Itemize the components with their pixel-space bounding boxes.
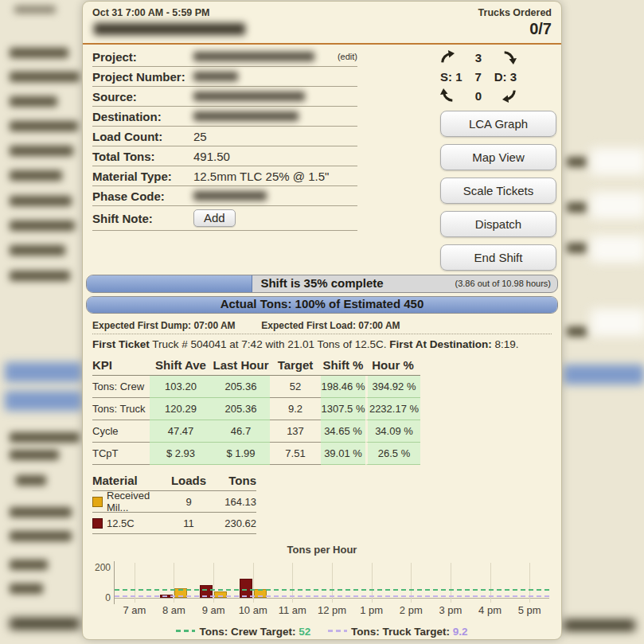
shift-progress-detail: (3.86 out of 10.98 hours) [455,279,551,288]
project-fields: Project: (edit) Project Number: Source: … [92,47,357,231]
screen: Oct 31 7:00 AM - 5:59 PM Trucks Ordered … [0,0,644,644]
target-line [115,595,549,597]
field-row-destination: Destination: [92,107,357,127]
background-blur [567,326,587,337]
material-row-received: Received Mil... 9 164.13 [92,491,256,513]
cycle-to-destination-count: 3 [455,51,502,64]
kpi-header-shift-ave: Shift Ave [150,355,212,376]
background-blur [10,221,75,231]
dotted-divider [92,334,552,334]
background-blur [10,196,72,206]
material-header-tons: Tons [205,470,256,491]
field-row-load-count: Load Count: 25 [92,127,357,146]
kpi-cell: Tons: Truck [92,398,150,420]
lca-graph-button[interactable]: LCA Graph [440,111,556,137]
background-blur [591,148,644,175]
first-ticket-text: Truck # 504041 at 7:42 with 21.01 Tons o… [152,338,386,350]
chart-plot: 7 am8 am9 am10 am11 am12 pm1 pm2 pm3 pm4… [115,560,549,604]
kpi-cell: 52 [270,376,321,398]
panel-header: Oct 31 7:00 AM - 5:59 PM Trucks Ordered … [83,2,561,45]
kpi-cell: $ 1.99 [212,443,270,465]
kpi-cell: 1307.5 % [321,398,365,420]
source-value-redacted [193,92,305,101]
legend-truck-value: 9.2 [453,626,468,638]
shift-progress-bar: Shift is 35% complete (3.86 out of 10.98… [86,275,558,293]
end-shift-button[interactable]: End Shift [440,244,556,271]
legend-dash-truck [328,630,347,632]
dispatch-button[interactable]: Dispatch [440,211,556,237]
scale-tickets-button[interactable]: Scale Tickets [440,178,556,204]
load-count-label: Load Count: [92,130,193,143]
material-header-loads: Loads [172,470,205,491]
legend-crew-value: 52 [299,626,310,638]
kpi-cell: 394.92 % [365,376,420,398]
kpi-cell: Cycle [92,420,150,443]
background-blur [567,202,587,213]
destination-label: Destination: [92,110,193,123]
field-row-source: Source: [92,87,357,107]
kpi-cell: 34.09 % [365,420,420,443]
project-title-redacted [94,23,245,35]
kpi-table: KPI Shift Ave Last Hour Target Shift % H… [92,355,420,465]
first-ticket-line: First Ticket Truck # 504041 at 7:42 with… [92,338,519,350]
cycle-total-count: 7 [463,70,494,84]
edit-link[interactable]: (edit) [338,52,357,61]
tons-progress-text: Actual Tons: 100% of Estimated 450 [87,297,557,310]
kpi-cell: 39.01 % [321,443,365,465]
project-number-value-redacted [193,72,238,81]
field-row-phase-code: Phase Code: [92,186,357,206]
shift-note-label: Shift Note: [92,212,193,225]
kpi-header-hour-pct: Hour % [365,355,420,376]
source-label: Source: [92,90,193,103]
material-type-label: Material Type: [92,170,193,183]
background-blur [5,362,82,382]
destination-value-redacted [193,111,299,121]
background-blur [564,619,635,631]
background-blur [10,584,43,594]
project-number-label: Project Number: [92,70,193,84]
total-tons-value: 491.50 [193,150,357,163]
kpi-cell: 205.36 [212,398,270,420]
expected-first-load-label: Expected First Load: [261,320,356,331]
background-blur [591,192,644,219]
map-view-button[interactable]: Map View [440,144,556,170]
background-blur [10,507,72,517]
trucks-ordered-label: Trucks Ordered [478,7,552,18]
background-blur [10,170,62,181]
background-blur [564,365,644,384]
background-blur [567,243,587,253]
kpi-cell: 205.36 [212,376,270,398]
first-at-destination-value: 8:19. [495,338,519,350]
first-ticket-label: First Ticket [92,338,150,350]
material-type-value: 12.5mm TLC 25% @ 1.5" [193,170,357,183]
material-tons: 230.62 [205,513,256,534]
field-row-project-number: Project Number: [92,67,357,87]
kpi-header-kpi: KPI [92,355,150,376]
shift-detail-panel: Oct 31 7:00 AM - 5:59 PM Trucks Ordered … [82,1,562,640]
load-count-value: 25 [193,130,357,143]
project-value-redacted [193,52,314,61]
add-shift-note-button[interactable]: Add [193,209,236,227]
chart-legend: Tons: Crew Target: 52 Tons: Truck Target… [92,626,552,638]
phase-code-label: Phase Code: [92,189,193,203]
total-tons-label: Total Tons: [92,150,193,163]
kpi-row-tons-truck: Tons: Truck 120.29 205.36 9.2 1307.5 % 2… [92,398,420,420]
kpi-cell: 7.51 [270,443,321,465]
kpi-cell: 46.7 [212,420,270,443]
tons-per-hour-chart: Tons per Hour 200 0 7 am8 am9 am10 am11 … [92,544,552,638]
material-name: 12.5C [107,517,135,529]
kpi-cell: 2232.17 % [365,398,420,420]
material-table: Material Loads Tons Received Mil... 9 16… [92,470,256,534]
kpi-cell: 26.5 % [365,443,420,465]
project-label: Project: [92,50,193,64]
background-blur [10,245,65,256]
chart-title: Tons per Hour [92,544,552,556]
kpi-cell: $ 2.93 [150,443,212,465]
material-header-row: Material Loads Tons [92,470,256,491]
legend-crew-target: Tons: Crew Target: 52 [176,626,314,638]
material-tons: 164.13 [205,491,256,513]
kpi-cell: 120.29 [150,398,212,420]
cycle-at-destination-count: D: 3 [494,70,517,84]
truck-cycle-diagram: 3 S: 1 7 D: 3 0 [440,48,517,105]
expected-first-dump-value: 07:00 AM [193,320,235,331]
